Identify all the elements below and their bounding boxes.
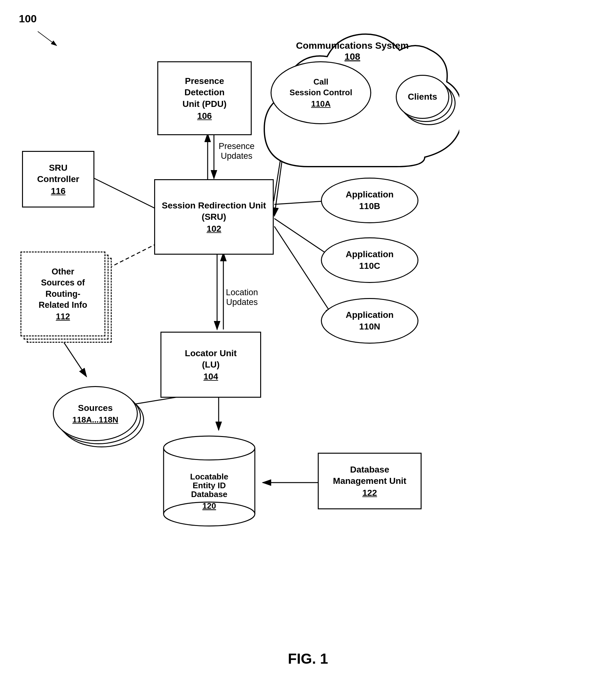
sru-controller-box: SRUController 116 bbox=[22, 151, 94, 207]
call-session-id: 110A bbox=[311, 99, 331, 109]
svg-line-18 bbox=[274, 226, 333, 316]
svg-point-26 bbox=[163, 436, 255, 460]
svg-text:120: 120 bbox=[202, 501, 216, 510]
diagram-container: 100 bbox=[0, 0, 616, 686]
diagram-label-100: 100 bbox=[19, 13, 37, 25]
figure-label: FIG. 1 bbox=[288, 650, 328, 667]
svg-text:Database: Database bbox=[191, 489, 227, 499]
db-mgmt-id: 122 bbox=[362, 488, 377, 498]
sru-controller-id: 116 bbox=[51, 186, 66, 196]
db-mgmt-box: DatabaseManagement Unit 122 bbox=[318, 453, 422, 509]
db-mgmt-label: DatabaseManagement Unit bbox=[333, 464, 406, 487]
app-110c-label: Application110C bbox=[346, 249, 394, 272]
locatable-db-svg: Locatable Entity ID Database 120 bbox=[160, 431, 258, 528]
svg-text:Communications System: Communications System bbox=[296, 40, 409, 51]
sources-oval-front: Sources 118A...118N bbox=[53, 386, 138, 441]
other-sources-label: OtherSources ofRouting-Related Info bbox=[39, 266, 87, 310]
lu-id: 104 bbox=[203, 372, 218, 382]
sru-controller-label: SRUController bbox=[37, 162, 79, 185]
sources-label: Sources bbox=[78, 403, 113, 414]
lu-label: Locator Unit(LU) bbox=[185, 348, 237, 371]
call-session-control-oval: CallSession Control 110A bbox=[270, 61, 371, 124]
app-110c-oval: Application110C bbox=[321, 237, 418, 283]
location-updates-label: LocationUpdates bbox=[226, 288, 258, 307]
lu-box: Locator Unit(LU) 104 bbox=[160, 332, 261, 398]
sru-box: Session Redirection Unit(SRU) 102 bbox=[154, 179, 274, 255]
call-session-label: CallSession Control bbox=[289, 77, 352, 98]
app-110b-oval: Application110B bbox=[321, 178, 418, 223]
svg-text:Locatable: Locatable bbox=[190, 472, 228, 481]
app-110n-label: Application110N bbox=[346, 310, 394, 332]
other-sources-id: 112 bbox=[56, 312, 70, 322]
clients-oval-front: Clients bbox=[396, 75, 449, 119]
pdu-box: PresenceDetectionUnit (PDU) 106 bbox=[157, 61, 252, 135]
svg-text:Entity ID: Entity ID bbox=[193, 481, 225, 490]
sru-label: Session Redirection Unit(SRU) bbox=[162, 200, 266, 223]
svg-text:108: 108 bbox=[345, 51, 360, 62]
locatable-db: Locatable Entity ID Database 120 bbox=[160, 431, 258, 528]
svg-line-3 bbox=[38, 31, 57, 46]
pdu-label: PresenceDetectionUnit (PDU) bbox=[182, 75, 226, 110]
presence-updates-label: PresenceUpdates bbox=[219, 141, 255, 161]
other-sources-front: OtherSources ofRouting-Related Info 112 bbox=[20, 252, 105, 336]
app-110n-oval: Application110N bbox=[321, 298, 418, 344]
pdu-id: 106 bbox=[197, 111, 212, 121]
clients-label: Clients bbox=[408, 91, 437, 102]
app-110b-label: Application110B bbox=[346, 189, 394, 212]
sru-id: 102 bbox=[207, 224, 221, 234]
sources-id: 118A...118N bbox=[72, 415, 118, 425]
